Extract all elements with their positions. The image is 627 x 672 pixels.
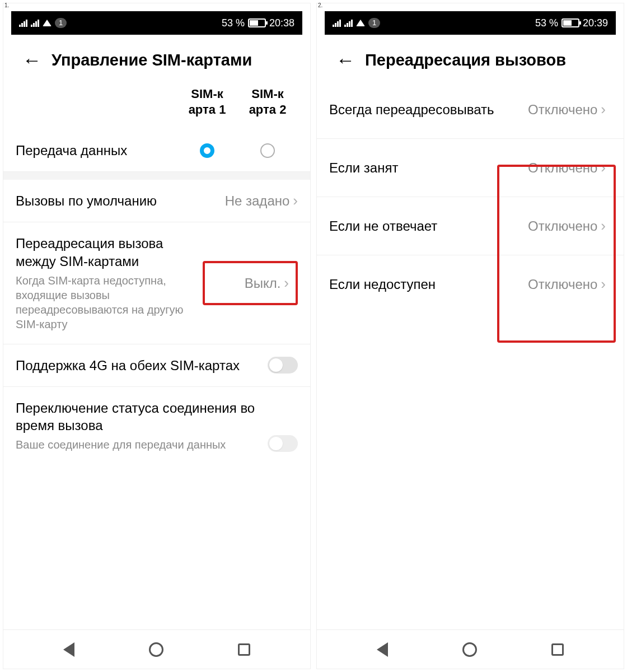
row-label: Если не отвечает bbox=[329, 217, 505, 235]
wifi-icon bbox=[43, 20, 52, 26]
row-switch-connection-status[interactable]: Переключение статуса соединения во время… bbox=[3, 387, 310, 464]
figure-number-2: 2. bbox=[318, 2, 322, 8]
radio-sim1[interactable] bbox=[200, 143, 214, 158]
sim2-header: SIM-к арта 2 bbox=[237, 86, 298, 117]
back-icon[interactable]: ← bbox=[22, 50, 41, 69]
row-value: Отключено bbox=[528, 160, 597, 176]
row-default-calls[interactable]: Вызовы по умолчанию Не задано › bbox=[3, 180, 310, 222]
battery-icon bbox=[562, 18, 579, 27]
chevron-right-icon: › bbox=[601, 217, 606, 235]
chevron-right-icon: › bbox=[601, 159, 606, 176]
page-title: Управление SIM-картами bbox=[52, 51, 252, 69]
nav-home-icon[interactable] bbox=[462, 642, 477, 657]
row-label: Передача данных bbox=[16, 142, 177, 159]
row-value: Отключено bbox=[528, 102, 597, 118]
row-if-unreachable[interactable]: Если недоступен Отключено › bbox=[317, 255, 624, 313]
row-if-busy[interactable]: Если занят Отключено › bbox=[317, 139, 624, 197]
status-bar: 1 53 % 20:39 bbox=[325, 11, 616, 35]
signal-icon bbox=[333, 19, 341, 27]
back-icon[interactable]: ← bbox=[336, 50, 355, 69]
wifi-icon bbox=[356, 20, 365, 26]
clock: 20:39 bbox=[583, 17, 608, 29]
chevron-right-icon: › bbox=[284, 274, 289, 292]
nav-back-icon[interactable] bbox=[63, 642, 74, 657]
nav-back-icon[interactable] bbox=[377, 642, 388, 657]
row-if-no-answer[interactable]: Если не отвечает Отключено › bbox=[317, 197, 624, 255]
row-sublabel: Ваше соединение для передачи данных bbox=[16, 437, 268, 452]
toggle-4g[interactable] bbox=[268, 357, 298, 374]
row-call-forwarding-between-sims[interactable]: Переадресация вызова между SIM-картами К… bbox=[3, 222, 310, 344]
clock: 20:38 bbox=[269, 17, 294, 29]
phone-left: 1. 1 53 % 20:38 ← Управление SIM-картами… bbox=[3, 3, 311, 669]
row-sublabel: Когда SIM-карта недоступна, входящие выз… bbox=[16, 273, 203, 332]
status-bar: 1 53 % 20:38 bbox=[11, 11, 302, 35]
highlighted-value: Выкл. › bbox=[203, 261, 298, 305]
sim1-header: SIM-к арта 1 bbox=[177, 86, 237, 117]
nav-recent-icon[interactable] bbox=[551, 643, 564, 656]
row-value: Отключено bbox=[528, 277, 597, 292]
toggle-switch-status[interactable] bbox=[268, 435, 298, 452]
signal-icon bbox=[19, 19, 27, 27]
row-label: Если занят bbox=[329, 159, 505, 176]
row-label: Вызовы по умолчанию bbox=[16, 192, 225, 209]
sim-badge: 1 bbox=[55, 18, 67, 28]
row-label: Переадресация вызова между SIM-картами bbox=[16, 235, 203, 269]
android-nav-bar bbox=[3, 629, 310, 669]
app-bar: ← Управление SIM-картами bbox=[3, 35, 310, 81]
signal-icon bbox=[344, 19, 353, 27]
battery-percent: 53 % bbox=[222, 17, 245, 29]
row-label: Поддержка 4G на обеих SIM-картах bbox=[16, 357, 268, 374]
row-value: Выкл. bbox=[245, 276, 281, 291]
phone-right: 2. 1 53 % 20:39 ← Переадресация вызовов … bbox=[316, 3, 624, 669]
nav-home-icon[interactable] bbox=[149, 642, 163, 657]
signal-icon bbox=[31, 19, 39, 27]
app-bar: ← Переадресация вызовов bbox=[317, 35, 624, 81]
page-title: Переадресация вызовов bbox=[365, 51, 566, 69]
row-always-forward[interactable]: Всегда переадресовывать Отключено › bbox=[317, 81, 624, 139]
android-nav-bar bbox=[317, 629, 624, 669]
row-label: Если недоступен bbox=[329, 276, 505, 293]
sim-column-headers: SIM-к арта 1 SIM-к арта 2 bbox=[3, 81, 310, 129]
battery-percent: 53 % bbox=[535, 17, 558, 29]
radio-sim2[interactable] bbox=[260, 143, 275, 158]
nav-recent-icon[interactable] bbox=[238, 643, 250, 656]
row-value: Отключено bbox=[528, 218, 597, 234]
sim-badge: 1 bbox=[368, 18, 380, 28]
chevron-right-icon: › bbox=[601, 101, 606, 118]
row-label: Переключение статуса соединения во время… bbox=[16, 399, 268, 434]
chevron-right-icon: › bbox=[601, 276, 606, 293]
row-data-transfer: Передача данных bbox=[3, 129, 310, 172]
figure-number-1: 1. bbox=[4, 2, 9, 8]
row-label: Всегда переадресовывать bbox=[329, 101, 505, 118]
chevron-right-icon: › bbox=[293, 192, 298, 209]
row-value: Не задано bbox=[225, 193, 290, 209]
battery-icon bbox=[248, 18, 266, 27]
row-4g-support[interactable]: Поддержка 4G на обеих SIM-картах bbox=[3, 344, 310, 387]
